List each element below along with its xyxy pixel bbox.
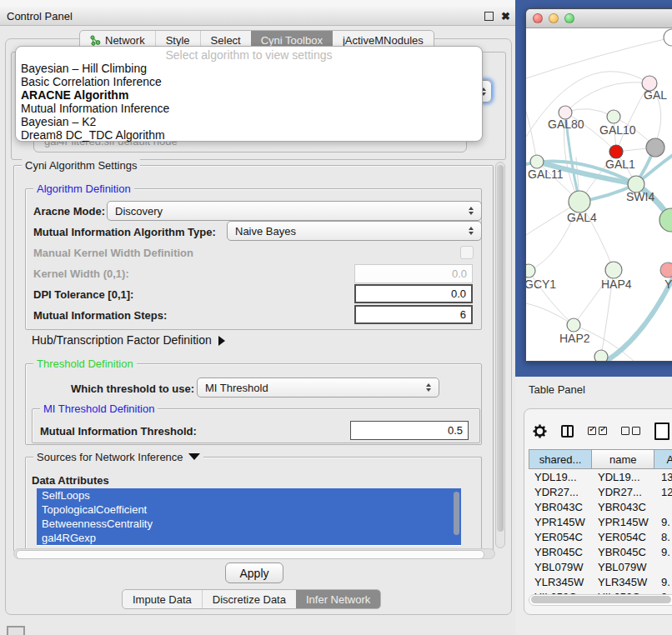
table-cell: 12 [655, 486, 672, 498]
close-window-icon[interactable] [533, 13, 543, 23]
network-node-HAP4[interactable] [605, 262, 622, 278]
network-node-GAL11[interactable] [530, 155, 544, 168]
node-label: GAL11 [528, 168, 564, 181]
network-node-GAL1[interactable] [609, 145, 623, 158]
hub-definition-expander[interactable]: Hub/Transcription Factor Definition [32, 333, 225, 347]
table-cell: YDR27... [592, 486, 655, 498]
collapse-arrow-icon [188, 453, 200, 460]
network-node-top-partial[interactable] [664, 29, 672, 46]
node-label: SWI4 [626, 190, 654, 203]
kernel-width-field[interactable]: 0.0 [354, 264, 473, 283]
algorithm-option[interactable]: Basic Correlation Inference [16, 75, 482, 88]
gear-icon[interactable] [533, 424, 547, 438]
manual-kernel-label: Manual Kernel Width Definition [33, 247, 193, 259]
mi-type-combo[interactable]: Naive Bayes [227, 221, 482, 241]
algorithm-option[interactable]: Dream8 DC_TDC Algorithm [16, 128, 482, 142]
algorithm-option[interactable]: Bayesian – Hill Climbing [16, 62, 482, 75]
mi-type-value: Naive Bayes [235, 225, 296, 238]
network-node-GCY1[interactable] [526, 264, 535, 278]
mi-threshold-value: 0.5 [448, 424, 463, 437]
table-row[interactable]: YBR043CYBR043C [529, 499, 672, 514]
table-row[interactable]: YBR045CYBR045C9. [529, 544, 672, 559]
network-edge[interactable] [565, 109, 614, 117]
network-edge[interactable] [565, 82, 649, 112]
dpi-tolerance-field[interactable]: 0.0 [354, 284, 473, 303]
network-canvas[interactable]: GALGAL80GAL10GAL1GAL11SWI4GAL4GCY1HAP4YH… [526, 28, 672, 362]
algorithm-option[interactable]: Mutual Information Inference [16, 102, 482, 115]
scrollbar-thumb[interactable] [16, 550, 484, 559]
data-attributes-list[interactable]: SelfLoopsTopologicalCoefficientBetweenne… [37, 488, 461, 546]
table-column-header[interactable]: shared... [529, 450, 592, 468]
combo-spinner-icon [461, 227, 474, 235]
table-cell: YPR145W [592, 516, 655, 528]
node-label: Y [664, 278, 672, 291]
network-node-GAL10[interactable] [607, 110, 620, 123]
table-column-header[interactable]: A [654, 450, 672, 468]
mi-threshold-field[interactable]: 0.5 [350, 421, 469, 440]
node-label: GAL1 [605, 158, 635, 171]
table-cell: YBR045C [529, 546, 592, 558]
network-node-gray-node[interactable] [646, 138, 664, 157]
settings-horizontal-scrollbar[interactable] [13, 548, 495, 559]
table-cell: YER054C [529, 531, 592, 543]
node-label: GAL [644, 88, 667, 102]
tab-infer-network[interactable]: Infer Network [296, 590, 380, 608]
node-label: GAL80 [548, 118, 584, 131]
network-node-GAL4[interactable] [569, 191, 590, 212]
network-node-pink-right[interactable] [660, 262, 672, 278]
table-rows-holder: YDL19...YDL19...13YDR27...YDR27...12YBR0… [529, 469, 672, 598]
data-attribute-item[interactable]: BetweennessCentrality [37, 517, 461, 531]
network-edge[interactable] [526, 303, 574, 325]
table-column-header[interactable]: name [592, 450, 654, 468]
algorithm-option[interactable]: Bayesian – K2 [16, 115, 482, 128]
table-row[interactable]: YPR145WYPR145W9. [529, 514, 672, 529]
control-panel: Control Panel ✖ Network Style Select Cyn… [0, 0, 517, 635]
table-row[interactable]: YLR345WYLR345W9. [529, 574, 672, 589]
data-attribute-item[interactable]: SelfLoops [37, 488, 461, 502]
network-edge[interactable] [526, 112, 537, 162]
minimize-window-icon[interactable] [549, 13, 559, 23]
algorithm-definition-title: Algorithm Definition [33, 182, 134, 195]
close-panel-icon[interactable]: ✖ [501, 11, 510, 22]
list-scrollbar-thumb[interactable] [454, 492, 459, 535]
apply-button[interactable]: Apply [225, 562, 283, 583]
network-node-bottom-partial[interactable] [594, 350, 608, 362]
network-node-HAP2[interactable] [567, 318, 580, 332]
zoom-window-icon[interactable] [564, 13, 574, 23]
deselect-all-checkboxes-icon[interactable] [621, 427, 640, 435]
algorithm-option[interactable]: ARACNE Algorithm [16, 88, 482, 102]
mi-steps-field[interactable]: 6 [354, 305, 473, 324]
data-attribute-item[interactable]: gal4RGexp [37, 531, 461, 545]
scrollbar-thumb[interactable] [531, 596, 671, 603]
network-edge[interactable] [605, 278, 672, 362]
algorithm-dropdown-list: Bayesian – Hill ClimbingBasic Correlatio… [16, 62, 482, 142]
float-panel-icon[interactable] [484, 12, 494, 21]
scrollbar-thumb[interactable] [497, 165, 504, 532]
data-attribute-item[interactable]: TopologicalCoefficient [37, 502, 461, 517]
which-threshold-combo[interactable]: MI Threshold [197, 378, 439, 398]
manual-kernel-checkbox[interactable] [460, 246, 474, 259]
table-row[interactable]: YDL19...YDL19...13 [529, 469, 672, 484]
apply-label: Apply [239, 567, 268, 580]
node-label: HAP4 [601, 278, 632, 291]
node-table[interactable]: shared...nameA YDL19...YDL19...13YDR27..… [529, 449, 672, 598]
network-node-big-green[interactable] [659, 208, 672, 232]
document-icon[interactable] [654, 422, 669, 440]
column-view-icon[interactable] [561, 425, 574, 438]
table-panel-body: shared...nameA YDL19...YDL19...13YDR27..… [524, 408, 672, 615]
aracne-mode-combo[interactable]: Discovery [107, 201, 482, 221]
right-region: GALGAL80GAL10GAL1GAL11SWI4GAL4GCY1HAP4YH… [515, 0, 672, 635]
node-label: HAP2 [559, 332, 590, 345]
mi-type-label: Mutual Information Algorithm Type: [33, 226, 216, 238]
settings-vertical-scrollbar[interactable] [495, 162, 505, 548]
tab-discretize-data[interactable]: Discretize Data [202, 590, 296, 608]
tab-impute-data[interactable]: Impute Data [123, 590, 202, 608]
table-row[interactable]: YDR27...YDR27...12 [529, 484, 672, 499]
dock-panel-icon[interactable] [7, 626, 25, 635]
combo-spinner-icon [419, 383, 431, 392]
table-row[interactable]: YER054CYER054C8. [529, 529, 672, 544]
network-window-titlebar[interactable] [526, 9, 672, 28]
table-horizontal-scrollbar[interactable] [529, 594, 672, 606]
table-row[interactable]: YBL079WYBL079W [529, 559, 672, 574]
select-all-checkboxes-icon[interactable] [588, 427, 607, 435]
